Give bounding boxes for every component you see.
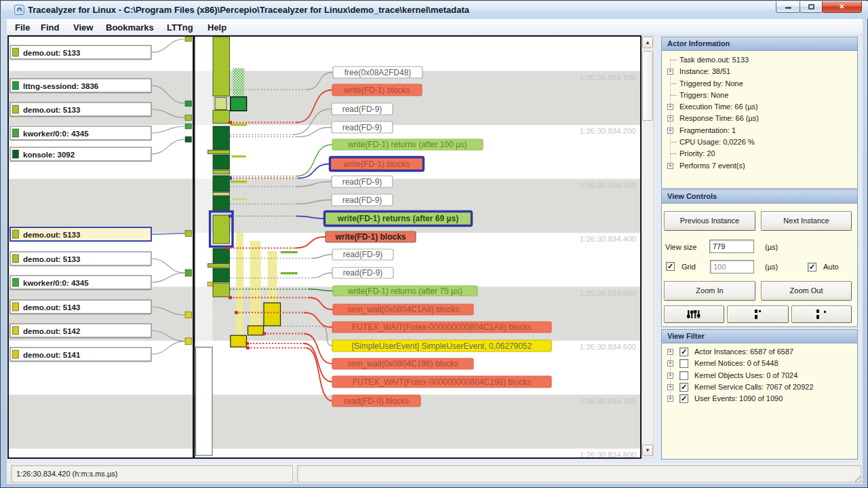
event-label-text: sem_wait(0x0804C1A8) blocks (347, 305, 459, 314)
expand-icon[interactable]: + (667, 396, 673, 402)
execution-segment[interactable] (208, 150, 230, 153)
execution-segment[interactable] (213, 215, 230, 244)
event-label[interactable]: write(FD-1) returns (after 100 µs) (332, 139, 483, 150)
actor-row[interactable]: lttng-sessiond: 3836 (10, 79, 151, 94)
execution-segment[interactable] (213, 176, 230, 192)
event-label[interactable]: read(FD-0) blocks (332, 395, 420, 407)
zoom-in-button[interactable]: Zoom In (664, 281, 755, 301)
expand-icon[interactable]: + (667, 373, 673, 379)
execution-segment[interactable] (213, 268, 230, 282)
execution-block-yellow[interactable] (231, 335, 247, 347)
actor-label: demo.out: 5133 (23, 255, 80, 263)
event-label[interactable]: sem_wait(0x0804C198) blocks (332, 358, 473, 369)
view-style-bars-button[interactable] (664, 305, 724, 323)
event-label[interactable]: FUTEX_WAIT(Futex-000000000804C1A8) block… (332, 322, 551, 333)
execution-fragment[interactable] (233, 69, 244, 96)
event-label[interactable]: write(FD-1) blocks (332, 84, 422, 96)
trace-canvas[interactable]: 1:26:30.834.1001:26:30.834.2001:26:30.83… (9, 37, 640, 457)
grid-size-input[interactable]: 100 (710, 260, 754, 274)
event-label[interactable]: read(FD-9) (332, 249, 393, 260)
grid-checkbox[interactable]: ✓ (666, 262, 675, 271)
actor-row[interactable]: demo.out: 5133 (10, 252, 151, 267)
menu-item-view[interactable]: View (73, 21, 93, 33)
event-label[interactable]: read(FD-9) (332, 194, 393, 206)
scrollbar-thumb[interactable] (642, 51, 653, 121)
actor-row[interactable]: demo.out: 5143 (10, 300, 151, 315)
expand-icon[interactable]: + (667, 349, 673, 355)
menu-item-bookmarks[interactable]: Bookmarks (106, 21, 154, 33)
event-label[interactable]: write(FD-1) returns (after 69 µs) (325, 212, 472, 226)
execution-segment[interactable] (215, 98, 226, 110)
time-label: 1:26:30.834.100 (580, 73, 636, 81)
execution-segment[interactable] (213, 196, 230, 210)
event-label[interactable]: read(FD-9) (332, 176, 393, 187)
filter-checkbox[interactable] (679, 371, 688, 380)
execution-segment[interactable] (213, 155, 230, 169)
tree-item-label: Task demo.out: 5133 (679, 56, 749, 64)
actor-row[interactable]: konsole: 3092 (10, 147, 151, 162)
filter-checkbox[interactable]: ✓ (679, 348, 688, 356)
event-label[interactable]: read(FD-9) (332, 267, 393, 278)
event-label[interactable]: write(FD-1) returns (after 75 µs) (333, 286, 477, 296)
expand-icon[interactable]: + (667, 163, 673, 169)
auto-checkbox[interactable]: ✓ (808, 263, 816, 271)
execution-fragment[interactable] (231, 97, 247, 111)
actor-connector (151, 341, 185, 354)
execution-segment[interactable] (213, 170, 230, 174)
filter-checkbox[interactable]: ✓ (679, 394, 688, 403)
scroll-down-button[interactable]: ▼ (642, 445, 653, 456)
scroll-up-button[interactable]: ▲ (642, 37, 653, 48)
expand-icon[interactable]: + (667, 69, 673, 75)
maximize-button[interactable] (800, 1, 823, 13)
tree-item-label: Kernel Service Calls: 7067 of 20922 (694, 383, 814, 391)
menu-item-help[interactable]: Help (208, 21, 226, 33)
event-label[interactable]: free(0x08A2FD48) (333, 67, 422, 78)
menu-item-lttng[interactable]: LTTng (167, 21, 193, 33)
view-style-tree-button[interactable] (727, 305, 789, 323)
execution-segment[interactable] (213, 283, 230, 297)
execution-segment[interactable] (213, 111, 230, 124)
actor-row[interactable]: demo.out: 5141 (10, 348, 151, 362)
expand-icon[interactable]: + (667, 360, 673, 367)
actor-row[interactable]: demo.out: 5133 (10, 45, 151, 60)
event-label[interactable]: [SimpleUserEvent] SimpleUserEvent, 0,062… (332, 340, 551, 352)
event-label[interactable]: read(FD-9) (332, 103, 393, 115)
event-label[interactable]: write(FD-1) blocks (326, 231, 416, 242)
expand-icon[interactable]: + (667, 104, 673, 110)
event-label[interactable]: FUTEX_WAIT(Futex-000000000804C198) block… (332, 376, 551, 388)
actor-row[interactable]: kworker/0:0: 4345 (10, 126, 151, 141)
event-label[interactable]: read(FD-9) (332, 121, 393, 133)
vertical-scrollbar[interactable]: ▲ ▼ (642, 36, 654, 458)
actor-row[interactable]: demo.out: 5133 (10, 102, 151, 117)
actor-row[interactable]: kworker/0:0: 4345 (10, 276, 151, 290)
execution-segment[interactable] (213, 248, 230, 263)
execution-segment[interactable] (213, 193, 230, 196)
execution-segment[interactable] (208, 264, 230, 267)
event-label[interactable]: write(FD-1) blocks (330, 157, 424, 171)
event-label[interactable]: sem_wait(0x0804C1A8) blocks (333, 304, 473, 315)
zoom-out-button[interactable]: Zoom Out (761, 281, 852, 301)
actor-row[interactable]: demo.out: 5142 (10, 324, 151, 339)
execution-segment[interactable] (213, 126, 230, 149)
menu-item-find[interactable]: Find (41, 21, 59, 33)
execution-block-yellow[interactable] (248, 326, 264, 335)
next-instance-button[interactable]: Next Instance (761, 211, 852, 231)
previous-instance-button[interactable]: Previous Instance (664, 211, 755, 231)
minimize-button[interactable] (776, 1, 800, 13)
execution-dash (232, 198, 247, 200)
view-size-input[interactable]: 779 (709, 240, 754, 253)
expand-icon[interactable]: + (667, 384, 673, 390)
menu-item-file[interactable]: File (15, 21, 30, 33)
execution-segment[interactable] (213, 37, 230, 96)
actor-label: lttng-sessiond: 3836 (23, 82, 98, 90)
leader-start-marker (245, 342, 249, 345)
expand-icon[interactable]: + (667, 115, 673, 121)
actor-row[interactable]: demo.out: 5133 (10, 227, 151, 242)
execution-block-yellow[interactable] (264, 303, 281, 326)
close-button[interactable]: ✕ (822, 1, 862, 13)
view-style-dots-button[interactable] (791, 305, 852, 323)
actor-info-row: +Instance: 38/51 (662, 67, 857, 78)
filter-checkbox[interactable]: ✓ (679, 383, 688, 392)
filter-checkbox[interactable] (679, 359, 688, 368)
expand-icon[interactable]: + (667, 128, 673, 134)
